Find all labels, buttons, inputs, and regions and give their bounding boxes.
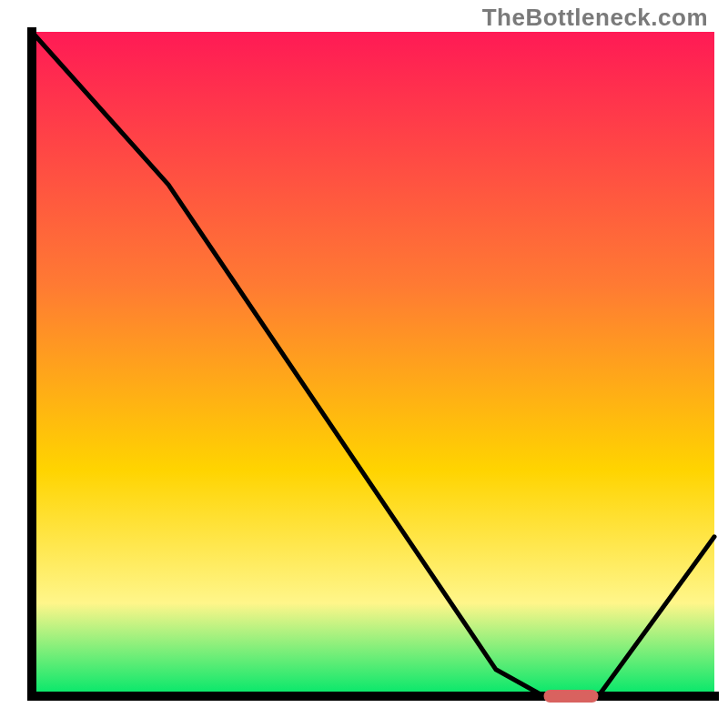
gradient-background	[32, 32, 714, 696]
optimum-marker	[544, 690, 599, 703]
bottleneck-chart	[0, 0, 728, 728]
watermark-text: TheBottleneck.com	[482, 4, 708, 32]
chart-frame: TheBottleneck.com	[0, 0, 728, 728]
